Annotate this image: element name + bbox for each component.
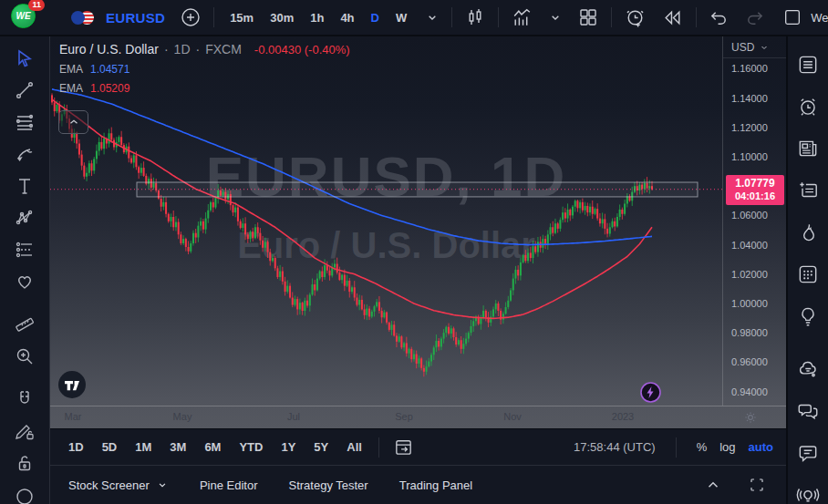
interval-dropdown-button[interactable]: [422, 7, 442, 27]
open-panel-button[interactable]: [702, 474, 724, 496]
symbol-title[interactable]: Euro / U.S. Dollar: [59, 42, 159, 57]
pattern-tool-button[interactable]: [7, 201, 42, 233]
range-button-1M[interactable]: 1M: [129, 437, 157, 458]
chart-style-button[interactable]: [461, 4, 489, 31]
economic-calendar-button[interactable]: [790, 253, 826, 295]
save-layout-checkbox-icon: [782, 7, 802, 27]
auto-scale-button[interactable]: auto: [749, 440, 773, 454]
price-scale[interactable]: USD 1.160001.140001.120001.100001.060001…: [722, 36, 786, 406]
notes-button[interactable]: [790, 170, 826, 211]
interval-button-4h[interactable]: 4h: [334, 7, 360, 28]
panel-tab-trading-panel[interactable]: Trading Panel: [399, 478, 472, 492]
chats-button[interactable]: [790, 390, 826, 432]
panel-tab-strategy-tester[interactable]: Strategy Tester: [288, 478, 367, 492]
magnet-icon: [14, 388, 36, 410]
compare-add-symbol-button[interactable]: [177, 4, 204, 31]
text-tool-button[interactable]: [7, 170, 42, 201]
magnet-mode-button[interactable]: [7, 383, 42, 415]
lightbulb-icon: [796, 304, 820, 328]
panel-tab-pine-editor[interactable]: Pine Editor: [200, 478, 258, 492]
layout-grid-button[interactable]: [574, 4, 602, 31]
text-icon: [14, 175, 36, 197]
cursor-icon: [14, 47, 36, 69]
range-button-YTD[interactable]: YTD: [233, 437, 268, 458]
indicators-button[interactable]: [508, 4, 536, 32]
legend-collapse-button[interactable]: [58, 110, 88, 134]
layout-name-label[interactable]: Wealthy Educ...: [811, 11, 828, 25]
server-clock[interactable]: 17:58:44 (UTC): [574, 440, 656, 454]
ema-line[interactable]: [52, 99, 652, 318]
trend-line-icon: [14, 79, 36, 101]
text-notes-icon: [796, 179, 820, 202]
range-button-1Y[interactable]: 1Y: [275, 437, 301, 458]
trend-line-tool-button[interactable]: [7, 74, 42, 106]
bar-replay-button[interactable]: [658, 4, 687, 32]
cursor-tool-button[interactable]: [7, 42, 42, 74]
hotlists-button[interactable]: [790, 211, 826, 253]
symbol-title-row[interactable]: Euro / U.S. Dollar · 1D · FXCM -0.00430 …: [59, 42, 350, 57]
interval-button-15m[interactable]: 15m: [223, 7, 260, 28]
drawing-toolbar: [0, 36, 50, 504]
indicator-row[interactable]: EMA1.04571: [59, 63, 350, 76]
time-axis[interactable]: MarMayJulSepNov2023: [50, 406, 786, 428]
zoom-in-tool-button[interactable]: [7, 340, 42, 372]
panel-tab-stock-screener[interactable]: Stock Screener: [68, 478, 169, 492]
dialogs-button[interactable]: [790, 432, 826, 474]
chart-pane[interactable]: EURUSD, 1D Euro / U.S. Dollar Euro / U.S…: [50, 36, 786, 428]
account-menu[interactable]: Wealthy Educ...: [782, 7, 828, 27]
redo-button[interactable]: [741, 5, 768, 31]
watchlist-button[interactable]: [790, 44, 826, 86]
toolbar-separator: [378, 437, 379, 458]
app-logo[interactable]: WE 11: [11, 4, 38, 31]
flame-icon: [796, 221, 820, 244]
symbol-flags-icon: [71, 11, 94, 25]
range-button-3M[interactable]: 3M: [164, 437, 191, 458]
right-sidebar: [786, 36, 828, 504]
range-button-6M[interactable]: 6M: [199, 437, 226, 458]
candlestick-icon: [464, 6, 486, 28]
symbol-search-button[interactable]: EURUSD: [103, 7, 168, 28]
interval-button-W[interactable]: W: [389, 7, 413, 28]
price-scale-currency[interactable]: USD: [723, 36, 786, 58]
range-button-5D[interactable]: 5D: [97, 437, 123, 458]
log-scale-button[interactable]: log: [719, 440, 735, 454]
undo-button[interactable]: [706, 5, 732, 31]
news-button[interactable]: [790, 128, 826, 170]
range-button-All[interactable]: All: [341, 437, 367, 458]
range-button-1D[interactable]: 1D: [63, 437, 89, 458]
price-line-selection-box[interactable]: [137, 182, 698, 197]
ema-line[interactable]: [52, 89, 652, 245]
interval-group: 15m30m1h4hDW: [223, 7, 413, 28]
lock-all-drawings-button[interactable]: [7, 447, 42, 478]
hide-drawings-button[interactable]: [7, 478, 42, 504]
alerts-button[interactable]: [790, 86, 826, 128]
percent-scale-button[interactable]: %: [697, 440, 708, 454]
forecast-tool-button[interactable]: [7, 233, 42, 265]
brush-tool-button[interactable]: [7, 138, 42, 170]
measure-tool-button[interactable]: [7, 308, 42, 340]
dot-separator: ·: [196, 42, 201, 57]
replay-rewind-icon: [661, 6, 684, 29]
drawing-mode-lock-button[interactable]: [7, 415, 42, 447]
range-button-5Y[interactable]: 5Y: [308, 437, 334, 458]
create-alert-button[interactable]: [621, 4, 649, 32]
go-to-date-button[interactable]: [390, 434, 417, 460]
interval-button-1h[interactable]: 1h: [304, 7, 330, 28]
indicator-templates-button[interactable]: [545, 7, 565, 27]
tradingview-logo[interactable]: [58, 371, 86, 398]
last-price-label: 1.07779 04:01:16: [726, 175, 784, 206]
chart-legend: Euro / U.S. Dollar · 1D · FXCM -0.00430 …: [59, 42, 350, 95]
gear-icon[interactable]: [742, 409, 759, 426]
plus-circle-icon: [180, 6, 202, 28]
fib-retracement-tool-button[interactable]: [7, 106, 42, 138]
interval-button-D[interactable]: D: [365, 7, 386, 28]
minds-button[interactable]: [790, 348, 826, 390]
toolbar-separator: [451, 7, 452, 27]
interval-button-30m[interactable]: 30m: [264, 7, 300, 28]
streams-button[interactable]: [790, 474, 826, 504]
ideas-button[interactable]: [790, 295, 826, 337]
indicator-row[interactable]: EMA1.05209: [59, 82, 350, 95]
maximize-panel-button[interactable]: [746, 474, 768, 496]
emoji-tool-button[interactable]: [7, 265, 42, 297]
instant-order-button[interactable]: [639, 381, 662, 404]
